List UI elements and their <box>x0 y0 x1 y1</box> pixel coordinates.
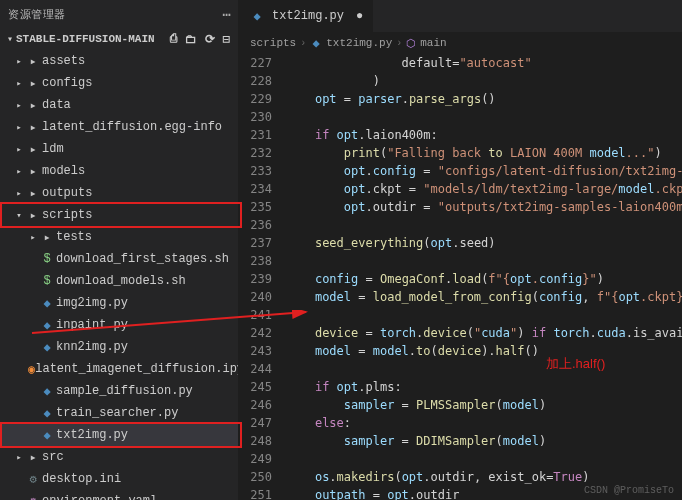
crumb-file: txt2img.py <box>326 37 392 49</box>
tree-label: outputs <box>42 186 92 200</box>
tree-label: environment.yaml <box>42 494 157 500</box>
chevron-icon: ▸ <box>14 452 24 463</box>
tree-label: scripts <box>42 208 92 222</box>
tree-label: train_searcher.py <box>56 406 178 420</box>
tree-label: tests <box>56 230 92 244</box>
crumb-folder: scripts <box>250 37 296 49</box>
py-icon: ◆ <box>38 406 56 421</box>
tree-label: src <box>42 450 64 464</box>
tree-item[interactable]: ▸▸assets <box>0 50 238 72</box>
tree-item[interactable]: ⚙environment.yaml <box>0 490 238 500</box>
tree-label: configs <box>42 76 92 90</box>
line-gutter: 2272282292302312322332342352362372382392… <box>238 54 286 500</box>
tree-label: img2img.py <box>56 296 128 310</box>
tab-txt2img[interactable]: ◆ txt2img.py <box>238 0 374 32</box>
folder-icon: ▸ <box>24 186 42 201</box>
watermark: CSDN @PromiseTo <box>584 485 674 496</box>
tree-label: txt2img.py <box>56 428 128 442</box>
tree-item[interactable]: ▸▸latent_diffusion.egg-info <box>0 116 238 138</box>
new-file-icon[interactable]: ⎙ <box>170 32 177 47</box>
tree-item[interactable]: ◆img2img.py <box>0 292 238 314</box>
explorer-sidebar: 资源管理器 ⋯ ▾ STABLE-DIFFUSION-MAIN ⎙ 🗀 ⟳ ⊟ … <box>0 0 238 500</box>
py-icon: ◆ <box>38 384 56 399</box>
more-icon[interactable]: ⋯ <box>223 6 230 23</box>
tree-label: models <box>42 164 85 178</box>
chevron-right-icon: › <box>396 38 402 49</box>
tree-item[interactable]: ◉latent_imagenet_diffusion.ipynb <box>0 358 238 380</box>
tree-label: data <box>42 98 71 112</box>
code-content[interactable]: default="autocast" ) opt = parser.parse_… <box>286 54 682 500</box>
folder-icon: ▸ <box>24 76 42 91</box>
chevron-icon: ▸ <box>14 166 24 177</box>
chevron-icon: ▸ <box>14 144 24 155</box>
new-folder-icon[interactable]: 🗀 <box>185 32 197 47</box>
tree-item[interactable]: ◆train_searcher.py <box>0 402 238 424</box>
editor-pane: ◆ txt2img.py scripts › ◆ txt2img.py › ⬡ … <box>238 0 682 500</box>
collapse-icon[interactable]: ⊟ <box>223 32 230 47</box>
chevron-icon: ▸ <box>14 56 24 67</box>
folder-icon: ▸ <box>24 142 42 157</box>
tree-item[interactable]: ▸▸ldm <box>0 138 238 160</box>
py-icon: ◆ <box>38 296 56 311</box>
file-txt2img[interactable]: ◆txt2img.py <box>0 424 238 446</box>
py-icon: ◆ <box>38 318 56 333</box>
python-icon: ◆ <box>248 9 266 24</box>
tree-label: download_models.sh <box>56 274 186 288</box>
tree-item[interactable]: ▸▸tests <box>0 226 238 248</box>
chevron-icon: ▸ <box>14 100 24 111</box>
tree-item[interactable]: ◆sample_diffusion.py <box>0 380 238 402</box>
ipynb-icon: ◉ <box>28 362 35 377</box>
tab-bar: ◆ txt2img.py <box>238 0 682 32</box>
explorer-title: 资源管理器 <box>8 7 223 22</box>
tree-label: sample_diffusion.py <box>56 384 193 398</box>
tree-item[interactable]: ◆inpaint.py <box>0 314 238 336</box>
file-tree: ▸▸assets▸▸configs▸▸data▸▸latent_diffusio… <box>0 50 238 500</box>
tree-item[interactable]: ▸▸outputs <box>0 182 238 204</box>
chevron-icon: ▸ <box>14 122 24 133</box>
folder-root[interactable]: ▾ STABLE-DIFFUSION-MAIN ⎙ 🗀 ⟳ ⊟ <box>0 28 238 50</box>
breadcrumb[interactable]: scripts › ◆ txt2img.py › ⬡ main <box>238 32 682 54</box>
folder-icon: ▸ <box>24 164 42 179</box>
folder-icon: ▸ <box>24 208 42 223</box>
folder-icon: ▸ <box>24 98 42 113</box>
tree-label: knn2img.py <box>56 340 128 354</box>
folder-icon: ▸ <box>24 120 42 135</box>
chevron-down-icon: ▾ <box>4 33 16 45</box>
tree-item[interactable]: ▸▸configs <box>0 72 238 94</box>
annotation-label: 加上.half() <box>546 355 605 373</box>
chevron-icon: ▾ <box>14 210 24 221</box>
folder-icon: ▸ <box>24 450 42 465</box>
folder-scripts[interactable]: ▾▸scripts <box>0 204 238 226</box>
tree-item[interactable]: ⚙desktop.ini <box>0 468 238 490</box>
folder-icon: ▸ <box>24 54 42 69</box>
ini-icon: ⚙ <box>24 472 42 487</box>
root-folder-name: STABLE-DIFFUSION-MAIN <box>16 33 170 45</box>
tree-label: download_first_stages.sh <box>56 252 229 266</box>
sh-icon: $ <box>38 274 56 288</box>
chevron-icon: ▸ <box>28 232 38 243</box>
tree-label: ldm <box>42 142 64 156</box>
tree-item[interactable]: ▸▸data <box>0 94 238 116</box>
tree-label: latent_diffusion.egg-info <box>42 120 222 134</box>
explorer-header: 资源管理器 ⋯ <box>0 0 238 28</box>
py-icon: ◆ <box>38 340 56 355</box>
chevron-right-icon: › <box>300 38 306 49</box>
chevron-icon: ▸ <box>14 78 24 89</box>
tree-item[interactable]: $download_first_stages.sh <box>0 248 238 270</box>
tree-item[interactable]: $download_models.sh <box>0 270 238 292</box>
sh-icon: $ <box>38 252 56 266</box>
py-icon: ◆ <box>38 428 56 443</box>
tree-item[interactable]: ▸▸src <box>0 446 238 468</box>
tree-label: inpaint.py <box>56 318 128 332</box>
refresh-icon[interactable]: ⟳ <box>205 32 215 47</box>
yaml-icon: ⚙ <box>24 494 42 501</box>
tree-item[interactable]: ◆knn2img.py <box>0 336 238 358</box>
tab-filename: txt2img.py <box>272 9 344 23</box>
code-editor[interactable]: 2272282292302312322332342352362372382392… <box>238 54 682 500</box>
tree-label: assets <box>42 54 85 68</box>
crumb-symbol: main <box>420 37 446 49</box>
tree-label: latent_imagenet_diffusion.ipynb <box>35 362 238 376</box>
tree-item[interactable]: ▸▸models <box>0 160 238 182</box>
symbol-icon: ⬡ <box>406 37 416 50</box>
chevron-icon: ▸ <box>14 188 24 199</box>
